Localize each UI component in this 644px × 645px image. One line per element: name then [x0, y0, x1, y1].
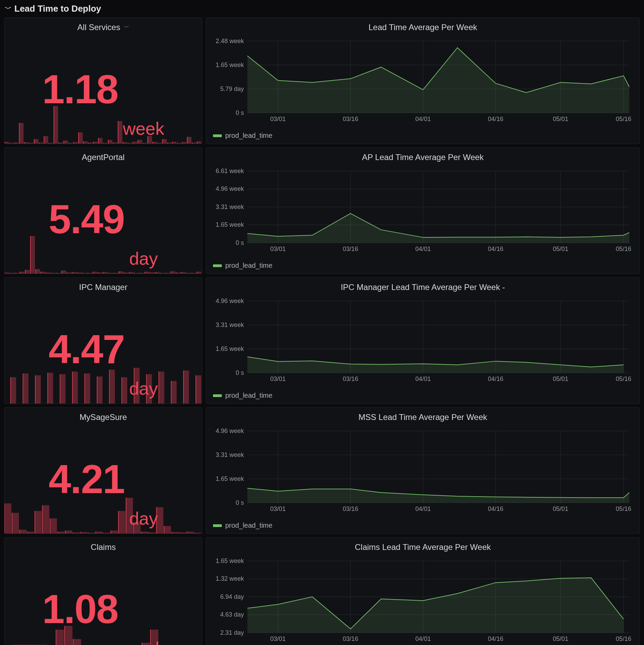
chart-panel[interactable]: Lead Time Average Per Week 0 s5.79 day1.…: [206, 17, 640, 144]
svg-text:05/01: 05/01: [553, 246, 568, 252]
svg-rect-282: [4, 503, 11, 534]
stat-value: 1.08: [42, 589, 118, 629]
svg-rect-4: [14, 143, 18, 144]
chart-title-text: Lead Time Average Per Week: [368, 23, 477, 32]
svg-rect-368: [65, 626, 72, 645]
svg-rect-44: [113, 143, 117, 144]
svg-text:04/01: 04/01: [415, 635, 431, 642]
svg-text:04/16: 04/16: [488, 505, 503, 512]
svg-rect-172: [192, 273, 196, 274]
svg-rect-326: [172, 532, 178, 534]
svg-rect-316: [134, 522, 140, 534]
svg-text:3.31 week: 3.31 week: [216, 321, 244, 328]
svg-text:04/16: 04/16: [488, 635, 503, 642]
sparkline: [4, 366, 202, 404]
svg-rect-72: [182, 142, 186, 144]
chart-area: 0 s1.65 week3.31 week4.96 week03/0103/16…: [210, 427, 633, 513]
svg-rect-114: [41, 272, 45, 274]
legend-label: prod_lead_time: [225, 132, 272, 140]
svg-rect-302: [80, 532, 87, 534]
stat-value: 1.18: [42, 69, 118, 109]
svg-rect-112: [36, 269, 40, 274]
legend-label: prod_lead_time: [225, 522, 272, 529]
svg-rect-142: [113, 273, 118, 274]
svg-rect-324: [164, 526, 171, 534]
svg-text:1.65 week: 1.65 week: [216, 557, 244, 564]
svg-rect-30: [79, 132, 83, 144]
stat-panel-title: Claims: [4, 538, 202, 554]
svg-text:4.96 week: 4.96 week: [216, 427, 244, 434]
svg-rect-248: [159, 372, 164, 404]
svg-rect-168: [181, 272, 186, 274]
stat-panel[interactable]: MySageSure 4.21 day: [4, 407, 202, 534]
chart-area: 0 s5.79 day1.65 week2.48 week03/0103/160…: [210, 38, 633, 123]
chart-title-text: IPC Manager Lead Time Average Per Week -: [341, 282, 505, 292]
svg-rect-136: [98, 273, 103, 274]
svg-text:03/01: 03/01: [270, 246, 285, 252]
svg-rect-166: [176, 273, 180, 274]
stat-title-text: All Services: [77, 23, 120, 32]
stat-title-text: Claims: [91, 542, 116, 552]
svg-rect-36: [93, 142, 97, 144]
svg-text:04/01: 04/01: [415, 376, 431, 382]
chart-legend[interactable]: prod_lead_time: [213, 522, 272, 529]
svg-rect-2: [9, 143, 13, 144]
svg-rect-128: [77, 273, 82, 274]
svg-text:1.32 week: 1.32 week: [216, 576, 244, 582]
stat-panel[interactable]: Claims 1.08 week: [4, 537, 202, 645]
stat-panel[interactable]: IPC Manager 4.47 day: [4, 277, 202, 404]
stat-panel[interactable]: All Services ﹀ 1.18 week: [4, 17, 202, 144]
svg-text:03/16: 03/16: [343, 505, 358, 512]
svg-text:5.79 day: 5.79 day: [220, 85, 244, 92]
svg-rect-318: [141, 532, 148, 534]
sparkline: [4, 236, 202, 274]
stat-title-text: IPC Manager: [79, 282, 127, 292]
chart-legend[interactable]: prod_lead_time: [213, 132, 272, 140]
section-header[interactable]: ﹀ Lead Time to Deploy: [0, 0, 644, 17]
chart-panel[interactable]: AP Lead Time Average Per Week 0 s1.65 we…: [206, 147, 640, 274]
chart-legend[interactable]: prod_lead_time: [213, 392, 272, 399]
svg-rect-38: [98, 138, 103, 144]
svg-rect-284: [12, 513, 19, 534]
svg-rect-68: [172, 142, 176, 144]
svg-rect-366: [56, 630, 64, 645]
svg-rect-48: [123, 142, 127, 144]
svg-text:4.96 week: 4.96 week: [216, 298, 244, 304]
svg-rect-288: [27, 532, 34, 534]
svg-text:1.65 week: 1.65 week: [216, 62, 244, 68]
svg-text:03/01: 03/01: [270, 376, 285, 382]
svg-rect-200: [11, 377, 16, 404]
chart-area: 0 s1.65 week3.31 week4.96 week03/0103/16…: [210, 298, 633, 383]
stat-value: 4.47: [49, 329, 124, 369]
chart-panel[interactable]: Claims Lead Time Average Per Week 2.31 d…: [206, 537, 640, 645]
svg-text:05/16: 05/16: [616, 376, 631, 382]
svg-rect-204: [23, 373, 28, 404]
svg-text:05/01: 05/01: [553, 635, 568, 642]
svg-rect-70: [177, 143, 182, 144]
svg-rect-122: [62, 271, 66, 274]
svg-rect-216: [60, 374, 66, 404]
svg-text:04/01: 04/01: [415, 246, 431, 252]
chart-panel[interactable]: MSS Lead Time Average Per Week 0 s1.65 w…: [206, 407, 640, 534]
chart-legend[interactable]: prod_lead_time: [213, 262, 272, 269]
section-title: Lead Time to Deploy: [14, 3, 101, 14]
svg-rect-14: [39, 143, 43, 144]
svg-rect-74: [187, 137, 191, 144]
chart-area: 0 s1.65 week3.31 week4.96 week6.61 week0…: [210, 168, 633, 253]
svg-text:03/01: 03/01: [270, 635, 285, 642]
svg-rect-42: [108, 140, 112, 144]
stat-panel-title[interactable]: All Services ﹀: [4, 18, 202, 34]
chart-panel[interactable]: IPC Manager Lead Time Average Per Week -…: [206, 277, 640, 404]
svg-rect-162: [166, 273, 170, 274]
svg-rect-252: [171, 381, 177, 404]
svg-rect-64: [162, 139, 166, 144]
svg-rect-50: [128, 143, 132, 144]
svg-text:6.61 week: 6.61 week: [216, 168, 244, 174]
stat-panel[interactable]: AgentPortal 5.49 day: [4, 147, 202, 274]
svg-rect-304: [88, 533, 95, 534]
legend-swatch: [213, 264, 222, 267]
svg-rect-20: [54, 106, 58, 144]
stat-panel-title: AgentPortal: [4, 148, 202, 164]
svg-rect-294: [50, 518, 57, 534]
svg-rect-56: [143, 143, 147, 144]
